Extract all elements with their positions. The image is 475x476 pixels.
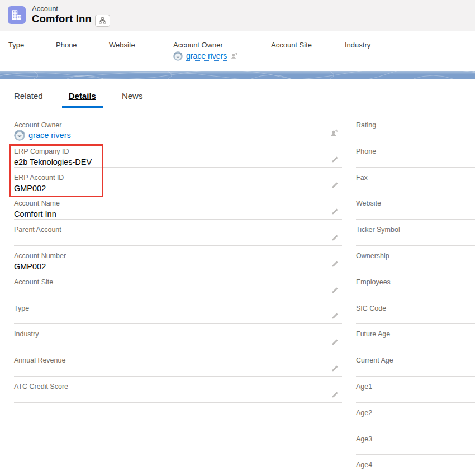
field-label: Employees (356, 278, 475, 287)
field-row-atc-credit-score: ATC Credit Score (14, 377, 342, 403)
pencil-icon (331, 208, 339, 215)
field-row-industry: Industry (14, 324, 342, 350)
field-label: Phone (356, 147, 475, 156)
edit-type-button[interactable] (331, 312, 339, 320)
field-label: Account Owner (14, 121, 342, 130)
field-label: Current Age (356, 356, 475, 365)
field-row-erp-account-id: ERP Account IDGMP002 (14, 168, 342, 194)
field-label: Ownership (356, 252, 475, 260)
edit-industry-button[interactable] (331, 339, 339, 346)
account-owner-link[interactable]: grace rivers (28, 131, 71, 140)
user-avatar (173, 51, 183, 61)
change-owner-button[interactable] (330, 128, 339, 137)
field-row-account-number: Account NumberGMP002 (14, 246, 342, 272)
highlight-field-phone: Phone (56, 41, 77, 61)
highlight-field-value (56, 51, 77, 61)
highlight-field-value (345, 51, 370, 61)
decorative-band (0, 71, 475, 79)
pencil-icon (331, 339, 339, 346)
field-row-employees: Employees (356, 272, 475, 298)
field-value: Comfort Inn (14, 209, 342, 219)
account-building-glyph (11, 9, 23, 21)
field-label: Annual Revenue (14, 356, 342, 365)
pencil-icon (331, 391, 339, 398)
field-row-annual-revenue: Annual Revenue (14, 350, 342, 377)
field-label: Age1 (356, 383, 475, 391)
field-label: Website (356, 199, 475, 208)
field-label: ATC Credit Score (14, 383, 342, 391)
field-label: Fax (356, 174, 475, 182)
field-label: Industry (14, 330, 342, 339)
highlight-field-value (109, 51, 135, 61)
tab-related[interactable]: Related (7, 85, 50, 108)
highlight-field-industry: Industry (345, 41, 370, 61)
field-label: ERP Account ID (14, 174, 342, 182)
edit-parent-account-button[interactable] (331, 234, 339, 241)
highlight-field-type: Type (8, 41, 24, 61)
change-owner-button[interactable] (230, 52, 238, 60)
field-label: Ticker Symbol (356, 226, 475, 234)
field-row-age2: Age2 (356, 403, 475, 429)
highlight-field-value: grace rivers (173, 51, 238, 61)
edit-annual-revenue-button[interactable] (331, 365, 339, 372)
edit-atc-credit-score-button[interactable] (331, 391, 339, 398)
field-row-erp-company-id: ERP Company IDe2b Teknologies-DEV (14, 141, 342, 168)
hierarchy-button[interactable] (95, 15, 110, 27)
avatar (173, 51, 183, 61)
field-row-account-name: Account NameComfort Inn (14, 193, 342, 220)
field-value: e2b Teknologies-DEV (14, 157, 342, 167)
field-row-current-age: Current Age (356, 350, 475, 377)
tab-news[interactable]: News (115, 85, 150, 108)
highlight-field-account-site: Account Site (271, 41, 312, 61)
pencil-icon (331, 260, 339, 268)
field-row-ticker-symbol: Ticker Symbol (356, 220, 475, 246)
highlight-field-account-owner: Account Owner grace rivers (173, 41, 238, 61)
field-row-account-owner: Account Owner grace rivers (14, 115, 342, 141)
field-value: GMP002 (14, 183, 342, 193)
field-label: Rating (356, 121, 475, 130)
tab-details[interactable]: Details (62, 85, 103, 108)
field-label: Type (14, 304, 342, 313)
field-label: Account Name (14, 199, 342, 208)
pencil-icon (331, 365, 339, 372)
edit-erp-company-id-button[interactable] (331, 156, 339, 163)
pencil-icon (331, 156, 339, 163)
hierarchy-icon (99, 17, 106, 24)
field-label: Age4 (356, 461, 475, 469)
field-label: Parent Account (14, 226, 342, 234)
account-owner-link[interactable]: grace rivers (186, 51, 227, 61)
field-row-sic-code: SIC Code (356, 298, 475, 325)
field-label: Account Site (14, 278, 342, 287)
field-row-account-site: Account Site (14, 272, 342, 298)
avatar (14, 130, 25, 141)
field-label: Age3 (356, 435, 475, 444)
details-column-right: Rating Phone Fax Website Ticker Symbol O… (356, 115, 475, 476)
highlight-field-value (8, 51, 24, 61)
account-object-icon (8, 6, 26, 24)
highlight-field-label: Account Owner (173, 41, 238, 49)
record-tabs: RelatedDetailsNews (0, 85, 475, 108)
record-header: Account Comfort Inn (0, 0, 475, 31)
edit-account-number-button[interactable] (331, 260, 339, 268)
field-row-type: Type (14, 298, 342, 325)
field-row-age4: Age4 (356, 455, 475, 476)
object-label: Account (32, 4, 58, 13)
field-value: GMP002 (14, 261, 342, 272)
field-label: ERP Company ID (14, 147, 342, 156)
field-value: grace rivers (14, 130, 342, 141)
user-avatar (14, 130, 25, 141)
highlights-panel: TypePhoneWebsiteAccount Owner grace rive… (0, 31, 475, 71)
edit-account-site-button[interactable] (331, 287, 339, 294)
field-label: SIC Code (356, 304, 475, 313)
field-row-fax: Fax (356, 168, 475, 194)
field-row-age1: Age1 (356, 377, 475, 403)
edit-account-name-button[interactable] (331, 208, 339, 215)
details-column-left: Account Owner grace rivers ERP Company I… (14, 115, 342, 403)
edit-erp-account-id-button[interactable] (331, 182, 339, 189)
field-row-parent-account: Parent Account (14, 220, 342, 246)
highlight-field-label: Account Site (271, 41, 312, 49)
field-row-website: Website (356, 193, 475, 220)
field-row-phone: Phone (356, 141, 475, 168)
highlight-field-label: Industry (345, 41, 370, 49)
pencil-icon (331, 287, 339, 294)
